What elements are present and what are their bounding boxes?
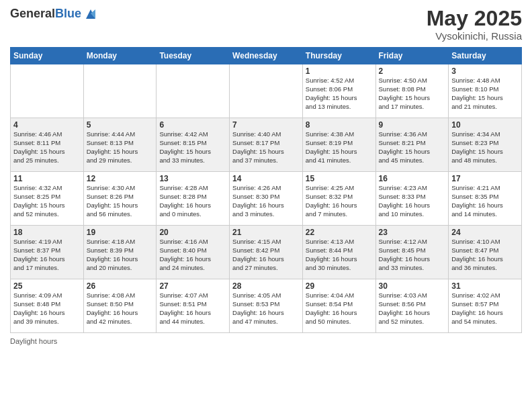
day-info: Sunrise: 4:13 AM Sunset: 8:44 PM Dayligh… (306, 238, 373, 272)
calendar-cell: 15Sunrise: 4:25 AM Sunset: 8:32 PM Dayli… (302, 172, 375, 226)
day-number: 3 (451, 66, 519, 76)
col-thursday: Thursday (302, 48, 375, 64)
day-number: 18 (13, 228, 81, 237)
footer-note: Daylight hours (10, 337, 522, 345)
day-number: 12 (87, 174, 154, 183)
page: GeneralBlue May 2025 Vysokinichi, Russia… (0, 0, 532, 411)
day-number: 16 (379, 174, 446, 183)
calendar-cell: 2Sunrise: 4:50 AM Sunset: 8:08 PM Daylig… (375, 64, 449, 118)
day-number: 10 (451, 120, 519, 130)
day-number: 23 (379, 228, 446, 237)
day-info: Sunrise: 4:15 AM Sunset: 8:42 PM Dayligh… (232, 238, 300, 272)
calendar-cell: 23Sunrise: 4:12 AM Sunset: 8:45 PM Dayli… (375, 226, 449, 279)
calendar-week-row: 18Sunrise: 4:19 AM Sunset: 8:37 PM Dayli… (11, 226, 522, 279)
day-number: 17 (451, 174, 519, 183)
day-info: Sunrise: 4:40 AM Sunset: 8:17 PM Dayligh… (232, 130, 300, 165)
title-block: May 2025 Vysokinichi, Russia (427, 7, 522, 42)
day-info: Sunrise: 4:23 AM Sunset: 8:33 PM Dayligh… (379, 184, 446, 218)
day-info: Sunrise: 4:25 AM Sunset: 8:32 PM Dayligh… (306, 184, 373, 218)
col-saturday: Saturday (449, 48, 522, 64)
day-info: Sunrise: 4:28 AM Sunset: 8:28 PM Dayligh… (159, 184, 226, 218)
logo-general-text: General (10, 7, 55, 20)
calendar-cell: 6Sunrise: 4:42 AM Sunset: 8:15 PM Daylig… (157, 118, 230, 172)
calendar-cell: 22Sunrise: 4:13 AM Sunset: 8:44 PM Dayli… (302, 226, 375, 279)
day-number: 13 (159, 174, 226, 183)
logo-blue-text: Blue (55, 7, 81, 20)
calendar-cell: 30Sunrise: 4:03 AM Sunset: 8:56 PM Dayli… (375, 279, 449, 333)
day-info: Sunrise: 4:48 AM Sunset: 8:10 PM Dayligh… (451, 77, 519, 111)
calendar-cell: 3Sunrise: 4:48 AM Sunset: 8:10 PM Daylig… (449, 64, 522, 118)
calendar-header-row: Sunday Monday Tuesday Wednesday Thursday… (11, 48, 522, 64)
calendar-cell: 17Sunrise: 4:21 AM Sunset: 8:35 PM Dayli… (449, 172, 522, 226)
col-wednesday: Wednesday (230, 48, 303, 64)
calendar-cell: 9Sunrise: 4:36 AM Sunset: 8:21 PM Daylig… (375, 118, 449, 172)
day-info: Sunrise: 4:19 AM Sunset: 8:37 PM Dayligh… (13, 238, 81, 272)
col-monday: Monday (83, 48, 157, 64)
day-number: 2 (379, 66, 446, 76)
calendar-week-row: 25Sunrise: 4:09 AM Sunset: 8:48 PM Dayli… (11, 279, 522, 333)
calendar-cell: 11Sunrise: 4:32 AM Sunset: 8:25 PM Dayli… (11, 172, 84, 226)
day-number: 25 (13, 281, 81, 291)
day-info: Sunrise: 4:07 AM Sunset: 8:51 PM Dayligh… (159, 291, 226, 326)
day-info: Sunrise: 4:10 AM Sunset: 8:47 PM Dayligh… (451, 238, 519, 272)
day-number: 8 (306, 120, 373, 130)
calendar-table: Sunday Monday Tuesday Wednesday Thursday… (10, 47, 522, 333)
day-info: Sunrise: 4:36 AM Sunset: 8:21 PM Dayligh… (379, 130, 446, 165)
day-number: 11 (13, 174, 81, 183)
calendar-cell: 26Sunrise: 4:08 AM Sunset: 8:50 PM Dayli… (83, 279, 157, 333)
calendar-cell: 29Sunrise: 4:04 AM Sunset: 8:54 PM Dayli… (302, 279, 375, 333)
header: GeneralBlue May 2025 Vysokinichi, Russia (10, 7, 522, 42)
day-info: Sunrise: 4:08 AM Sunset: 8:50 PM Dayligh… (87, 291, 154, 326)
calendar-cell: 13Sunrise: 4:28 AM Sunset: 8:28 PM Dayli… (157, 172, 230, 226)
calendar-cell (83, 64, 157, 118)
col-sunday: Sunday (11, 48, 84, 64)
calendar-cell: 7Sunrise: 4:40 AM Sunset: 8:17 PM Daylig… (230, 118, 303, 172)
day-info: Sunrise: 4:02 AM Sunset: 8:57 PM Dayligh… (451, 291, 519, 326)
day-number: 29 (306, 281, 373, 291)
calendar-cell: 31Sunrise: 4:02 AM Sunset: 8:57 PM Dayli… (449, 279, 522, 333)
day-number: 7 (232, 120, 300, 130)
day-info: Sunrise: 4:30 AM Sunset: 8:26 PM Dayligh… (87, 184, 154, 218)
calendar-cell: 1Sunrise: 4:52 AM Sunset: 8:06 PM Daylig… (302, 64, 375, 118)
day-number: 15 (306, 174, 373, 183)
title-month: May 2025 (427, 7, 522, 30)
logo: GeneralBlue (10, 7, 98, 21)
day-number: 20 (159, 228, 226, 237)
calendar-cell (11, 64, 84, 118)
day-info: Sunrise: 4:46 AM Sunset: 8:11 PM Dayligh… (13, 130, 81, 165)
calendar-cell (157, 64, 230, 118)
day-info: Sunrise: 4:18 AM Sunset: 8:39 PM Dayligh… (87, 238, 154, 272)
day-info: Sunrise: 4:50 AM Sunset: 8:08 PM Dayligh… (379, 77, 446, 111)
day-number: 14 (232, 174, 300, 183)
calendar-cell: 27Sunrise: 4:07 AM Sunset: 8:51 PM Dayli… (157, 279, 230, 333)
day-info: Sunrise: 4:21 AM Sunset: 8:35 PM Dayligh… (451, 184, 519, 218)
day-info: Sunrise: 4:26 AM Sunset: 8:30 PM Dayligh… (232, 184, 300, 218)
calendar-cell (230, 64, 303, 118)
calendar-week-row: 4Sunrise: 4:46 AM Sunset: 8:11 PM Daylig… (11, 118, 522, 172)
calendar-week-row: 1Sunrise: 4:52 AM Sunset: 8:06 PM Daylig… (11, 64, 522, 118)
footer-label: Daylight hours (10, 337, 57, 345)
calendar-cell: 21Sunrise: 4:15 AM Sunset: 8:42 PM Dayli… (230, 226, 303, 279)
day-info: Sunrise: 4:52 AM Sunset: 8:06 PM Dayligh… (306, 77, 373, 111)
day-info: Sunrise: 4:04 AM Sunset: 8:54 PM Dayligh… (306, 291, 373, 326)
calendar-cell: 20Sunrise: 4:16 AM Sunset: 8:40 PM Dayli… (157, 226, 230, 279)
calendar-week-row: 11Sunrise: 4:32 AM Sunset: 8:25 PM Dayli… (11, 172, 522, 226)
day-info: Sunrise: 4:38 AM Sunset: 8:19 PM Dayligh… (306, 130, 373, 165)
day-info: Sunrise: 4:42 AM Sunset: 8:15 PM Dayligh… (159, 130, 226, 165)
calendar-cell: 8Sunrise: 4:38 AM Sunset: 8:19 PM Daylig… (302, 118, 375, 172)
day-info: Sunrise: 4:32 AM Sunset: 8:25 PM Dayligh… (13, 184, 81, 218)
day-number: 19 (87, 228, 154, 237)
day-info: Sunrise: 4:09 AM Sunset: 8:48 PM Dayligh… (13, 291, 81, 326)
calendar-cell: 18Sunrise: 4:19 AM Sunset: 8:37 PM Dayli… (11, 226, 84, 279)
title-location: Vysokinichi, Russia (427, 30, 522, 42)
calendar-cell: 25Sunrise: 4:09 AM Sunset: 8:48 PM Dayli… (11, 279, 84, 333)
footer: Daylight hours (10, 337, 522, 345)
day-info: Sunrise: 4:03 AM Sunset: 8:56 PM Dayligh… (379, 291, 446, 326)
calendar-cell: 19Sunrise: 4:18 AM Sunset: 8:39 PM Dayli… (83, 226, 157, 279)
day-number: 5 (87, 120, 154, 130)
day-number: 26 (87, 281, 154, 291)
day-number: 31 (451, 281, 519, 291)
day-info: Sunrise: 4:12 AM Sunset: 8:45 PM Dayligh… (379, 238, 446, 272)
day-number: 4 (13, 120, 81, 130)
day-number: 1 (306, 66, 373, 76)
